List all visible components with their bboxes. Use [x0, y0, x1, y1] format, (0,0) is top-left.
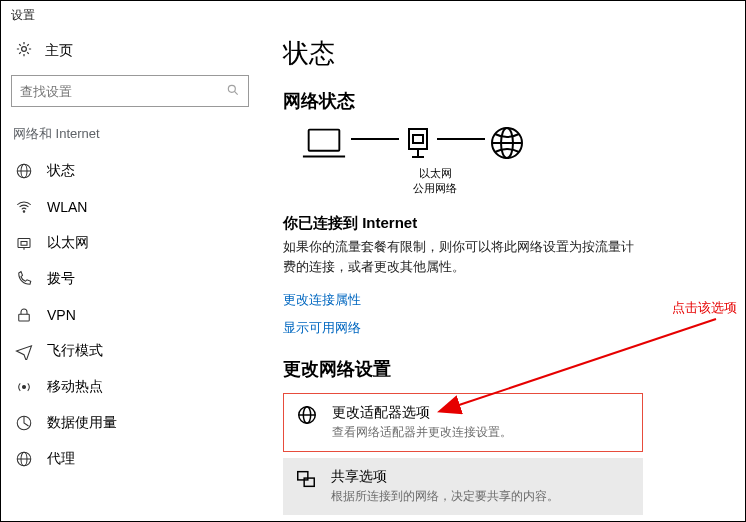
main-panel: 状态 网络状态 以太网 公用网络 你已连接到 Internet 如果你的流量套餐… — [259, 26, 745, 522]
row-desc: 根据所连接到的网络，决定要共享的内容。 — [331, 488, 559, 505]
home-link[interactable]: 主页 — [11, 32, 249, 75]
nav-label: 状态 — [47, 162, 75, 180]
diagram-label-2: 公用网络 — [405, 181, 465, 196]
sidebar-item-datausage[interactable]: 数据使用量 — [11, 405, 249, 441]
svg-point-0 — [22, 47, 27, 52]
change-connection-properties-link[interactable]: 更改连接属性 — [283, 291, 735, 309]
sidebar-item-proxy[interactable]: 代理 — [11, 441, 249, 477]
sidebar-item-airplane[interactable]: 飞行模式 — [11, 333, 249, 369]
home-label: 主页 — [45, 42, 73, 60]
phone-icon — [15, 270, 33, 288]
gear-icon — [15, 40, 33, 61]
laptop-icon — [301, 125, 347, 164]
data-usage-icon — [15, 414, 33, 432]
change-network-settings-heading: 更改网络设置 — [283, 357, 735, 381]
sharing-options-row[interactable]: 共享选项 根据所连接到的网络，决定要共享的内容。 — [283, 458, 643, 515]
svg-rect-19 — [413, 135, 423, 143]
hotspot-icon — [15, 378, 33, 396]
sidebar-item-ethernet[interactable]: 以太网 — [11, 225, 249, 261]
sidebar-item-wlan[interactable]: WLAN — [11, 189, 249, 225]
nav-label: 飞行模式 — [47, 342, 103, 360]
show-available-networks-link[interactable]: 显示可用网络 — [283, 319, 735, 337]
search-icon — [226, 83, 240, 100]
nav-label: 移动热点 — [47, 378, 103, 396]
router-icon — [403, 125, 433, 164]
row-title: 更改适配器选项 — [332, 404, 512, 422]
nav-label: 代理 — [47, 450, 75, 468]
svg-line-2 — [234, 91, 237, 94]
sidebar-item-status[interactable]: 状态 — [11, 153, 249, 189]
sidebar: 主页 网络和 Internet 状态 WLAN 以太网 — [1, 26, 259, 522]
connected-body: 如果你的流量套餐有限制，则你可以将此网络设置为按流量计费的连接，或者更改其他属性… — [283, 237, 643, 277]
diagram-label-1: 以太网 — [405, 166, 465, 181]
content-area: 主页 网络和 Internet 状态 WLAN 以太网 — [1, 26, 745, 522]
connector-line — [437, 138, 485, 140]
nav-label: WLAN — [47, 199, 87, 215]
sidebar-item-hotspot[interactable]: 移动热点 — [11, 369, 249, 405]
annotation-text: 点击该选项 — [672, 299, 737, 317]
sidebar-item-vpn[interactable]: VPN — [11, 297, 249, 333]
network-status-heading: 网络状态 — [283, 89, 735, 113]
svg-point-6 — [23, 211, 25, 213]
svg-rect-7 — [18, 239, 30, 248]
page-title: 状态 — [283, 36, 735, 71]
svg-rect-8 — [21, 242, 27, 246]
connector-line — [351, 138, 399, 140]
sidebar-section-label: 网络和 Internet — [13, 125, 249, 143]
diagram-labels: 以太网 公用网络 — [405, 166, 465, 196]
search-box[interactable] — [11, 75, 249, 107]
wifi-icon — [15, 198, 33, 216]
connected-title: 你已连接到 Internet — [283, 214, 735, 233]
sidebar-item-dialup[interactable]: 拨号 — [11, 261, 249, 297]
svg-rect-16 — [309, 130, 340, 151]
network-diagram — [301, 125, 735, 164]
globe-icon — [489, 125, 525, 164]
proxy-icon — [15, 450, 33, 468]
svg-rect-18 — [409, 129, 427, 149]
ethernet-icon — [15, 234, 33, 252]
nav-label: VPN — [47, 307, 76, 323]
svg-point-1 — [228, 85, 235, 92]
nav-label: 拨号 — [47, 270, 75, 288]
search-input[interactable] — [20, 84, 226, 99]
nav-label: 以太网 — [47, 234, 89, 252]
globe-icon — [296, 404, 318, 429]
svg-rect-10 — [19, 314, 30, 321]
row-title: 共享选项 — [331, 468, 559, 486]
window-title: 设置 — [1, 1, 745, 26]
vpn-icon — [15, 306, 33, 324]
change-adapter-options-row[interactable]: 更改适配器选项 查看网络适配器并更改连接设置。 — [283, 393, 643, 452]
sharing-icon — [295, 468, 317, 493]
nav-label: 数据使用量 — [47, 414, 117, 432]
globe-icon — [15, 162, 33, 180]
row-desc: 查看网络适配器并更改连接设置。 — [332, 424, 512, 441]
airplane-icon — [15, 342, 33, 360]
svg-point-11 — [23, 386, 26, 389]
